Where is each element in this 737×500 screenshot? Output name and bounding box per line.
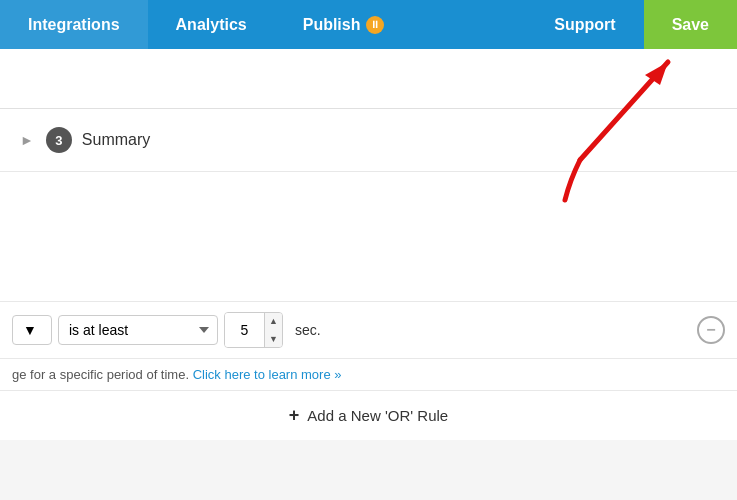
filter-row: ▼ is at leastis at mostequals ▲ ▼ sec. − xyxy=(0,302,737,359)
tab-publish-label: Publish xyxy=(303,16,361,34)
tab-integrations-label: Integrations xyxy=(28,16,120,34)
empty-content-area xyxy=(0,172,737,302)
nav-spacer xyxy=(412,0,526,49)
value-input[interactable] xyxy=(225,312,265,348)
chevron-right-icon[interactable]: ► xyxy=(20,132,34,148)
step-badge: 3 xyxy=(46,127,72,153)
condition-operator-select[interactable]: is at leastis at mostequals xyxy=(58,315,218,345)
value-spinner: ▲ ▼ xyxy=(224,312,283,348)
add-or-rule-button[interactable]: + Add a New 'OR' Rule xyxy=(0,390,737,440)
info-text-row: ge for a specific period of time. Click … xyxy=(0,359,737,390)
summary-label: Summary xyxy=(82,131,150,149)
unit-label: sec. xyxy=(295,322,321,338)
summary-row: ► 3 Summary xyxy=(0,109,737,172)
spinner-down-button[interactable]: ▼ xyxy=(265,330,282,348)
tab-support-label: Support xyxy=(554,16,615,34)
tab-analytics[interactable]: Analytics xyxy=(148,0,275,49)
tab-analytics-label: Analytics xyxy=(176,16,247,34)
plus-icon: + xyxy=(289,405,300,426)
publish-badge: ⏸ xyxy=(366,16,384,34)
info-prefix-text: ge for a specific period of time. xyxy=(12,367,189,382)
tab-integrations[interactable]: Integrations xyxy=(0,0,148,49)
header-section xyxy=(0,49,737,109)
tab-support[interactable]: Support xyxy=(526,0,643,49)
learn-more-link[interactable]: Click here to learn more » xyxy=(193,367,342,382)
add-rule-label: Add a New 'OR' Rule xyxy=(307,407,448,424)
save-button[interactable]: Save xyxy=(644,0,737,49)
condition-type-select[interactable]: ▼ xyxy=(12,315,52,345)
tab-publish[interactable]: Publish ⏸ xyxy=(275,0,413,49)
spinner-buttons: ▲ ▼ xyxy=(265,312,282,348)
spinner-up-button[interactable]: ▲ xyxy=(265,312,282,330)
top-navigation: Integrations Analytics Publish ⏸ Support… xyxy=(0,0,737,49)
remove-condition-button[interactable]: − xyxy=(697,316,725,344)
